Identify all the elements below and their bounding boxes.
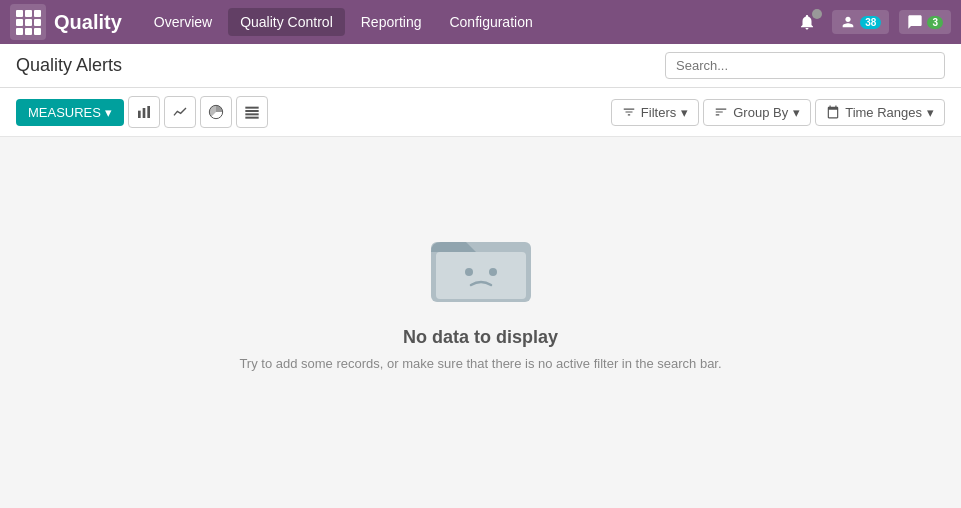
navbar-nav: Overview Quality Control Reporting Confi… (142, 8, 793, 36)
navbar-right: 38 3 (792, 9, 951, 35)
measures-button[interactable]: MEASURES ▾ (16, 99, 124, 126)
svg-rect-6 (245, 110, 258, 112)
app-brand: Quality (54, 11, 122, 34)
svg-rect-2 (143, 108, 146, 118)
group-by-caret-icon: ▾ (793, 105, 800, 120)
view-line-chart-button[interactable] (164, 96, 196, 128)
activity-badge: 38 (860, 16, 881, 29)
time-ranges-caret-icon: ▾ (927, 105, 934, 120)
group-by-button[interactable]: Group By ▾ (703, 99, 811, 126)
nav-item-quality-control[interactable]: Quality Control (228, 8, 345, 36)
toolbar: MEASURES ▾ Filters ▾ Group By ▾ (0, 88, 961, 137)
chat-badge: 3 (927, 16, 943, 29)
empty-state-subtitle: Try to add some records, or make sure th… (239, 356, 721, 371)
nav-item-overview[interactable]: Overview (142, 8, 224, 36)
chat-button[interactable]: 3 (899, 10, 951, 34)
nav-item-reporting[interactable]: Reporting (349, 8, 434, 36)
svg-rect-5 (245, 107, 258, 109)
svg-rect-8 (245, 117, 258, 119)
time-ranges-button[interactable]: Time Ranges ▾ (815, 99, 945, 126)
filters-caret-icon: ▾ (681, 105, 688, 120)
empty-state-icon (421, 217, 541, 307)
svg-rect-3 (147, 106, 150, 118)
filters-button[interactable]: Filters ▾ (611, 99, 699, 126)
notification-bell-button[interactable] (792, 9, 822, 35)
toolbar-right: Filters ▾ Group By ▾ Time Ranges ▾ (611, 99, 945, 126)
svg-rect-10 (436, 252, 526, 299)
svg-point-11 (465, 268, 473, 276)
navbar: Quality Overview Quality Control Reporti… (0, 0, 961, 44)
nav-item-configuration[interactable]: Configuration (437, 8, 544, 36)
search-input[interactable] (665, 52, 945, 79)
svg-point-0 (812, 9, 822, 19)
page-title: Quality Alerts (16, 55, 122, 76)
toolbar-left: MEASURES ▾ (16, 96, 268, 128)
view-table-button[interactable] (236, 96, 268, 128)
empty-state-title: No data to display (403, 327, 558, 348)
svg-rect-1 (138, 111, 141, 118)
activity-button[interactable]: 38 (832, 10, 889, 34)
measures-caret-icon: ▾ (105, 105, 112, 120)
main-content: No data to display Try to add some recor… (0, 137, 961, 451)
view-pie-chart-button[interactable] (200, 96, 232, 128)
app-grid-button[interactable] (10, 4, 46, 40)
svg-rect-7 (245, 113, 258, 115)
sub-header: Quality Alerts (0, 44, 961, 88)
svg-point-12 (489, 268, 497, 276)
view-bar-chart-button[interactable] (128, 96, 160, 128)
